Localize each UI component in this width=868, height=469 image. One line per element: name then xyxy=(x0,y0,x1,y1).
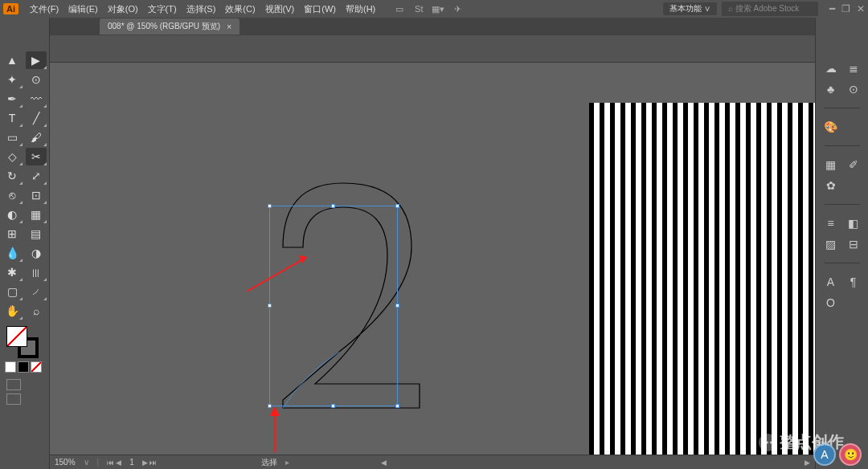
draw-mode-icon[interactable] xyxy=(6,379,21,390)
fill-mode-none[interactable] xyxy=(31,361,42,373)
eyedropper-tool[interactable]: 💧 xyxy=(2,244,23,262)
menu-window[interactable]: 窗口(W) xyxy=(299,3,341,15)
column-graph-tool[interactable]: ⫼ xyxy=(26,263,47,281)
gradient-panel-icon[interactable]: ◧ xyxy=(844,214,863,232)
scroll-right-icon[interactable]: ▶ xyxy=(805,459,810,467)
tab-bar: 008* @ 150% (RGB/GPU 预览) × xyxy=(50,18,815,35)
menu-help[interactable]: 帮助(H) xyxy=(341,3,380,15)
pen-tool[interactable]: ✒ xyxy=(2,90,23,108)
minimize-button[interactable]: ━ xyxy=(829,3,835,14)
arrange-icon[interactable]: ▦▾ xyxy=(432,2,444,15)
free-transform-tool[interactable]: ⊡ xyxy=(26,186,47,204)
shape-builder-tool[interactable]: ◐ xyxy=(2,206,23,223)
menu-type[interactable]: 文字(T) xyxy=(143,3,182,15)
transparency-panel-icon[interactable]: ▨ xyxy=(821,235,841,253)
fill-mode-gradient[interactable] xyxy=(18,361,29,373)
swatches-panel-icon[interactable]: ▦ xyxy=(821,156,841,173)
properties-panel-icon[interactable]: ≣ xyxy=(844,59,863,77)
paragraph-panel-icon[interactable]: ¶ xyxy=(844,273,863,291)
gpu-icon[interactable]: ✈ xyxy=(451,2,464,15)
status-dropdown-icon[interactable]: ▸ xyxy=(285,458,289,467)
width-tool[interactable]: ⎋ xyxy=(2,186,23,204)
avatar-badge-1: 53% A xyxy=(813,443,836,466)
avatar-badge-2: 🙂 xyxy=(839,443,862,466)
layers-panel-icon[interactable]: ♣ xyxy=(821,80,841,98)
artboard-prev-icon[interactable]: ◀ xyxy=(116,459,121,467)
menu-select[interactable]: 选择(S) xyxy=(182,3,221,15)
line-tool[interactable]: ╱ xyxy=(26,109,47,127)
workspace-switcher[interactable]: 基本功能 ∨ xyxy=(663,2,717,15)
search-input[interactable]: ⌕ 搜索 Adobe Stock xyxy=(722,2,818,16)
slice-tool[interactable]: ⟋ xyxy=(26,283,47,300)
stock-icon[interactable]: St xyxy=(412,2,425,15)
gradient-tool[interactable]: ▤ xyxy=(26,225,47,243)
mesh-tool[interactable]: ⊞ xyxy=(2,225,23,243)
close-button[interactable]: ✕ xyxy=(857,3,865,14)
magic-wand-tool[interactable]: ✦ xyxy=(2,71,23,88)
restore-button[interactable]: ❐ xyxy=(841,3,850,14)
canvas[interactable] xyxy=(50,63,815,455)
direct-selection-tool[interactable]: ▶ xyxy=(26,51,47,69)
stripes-artboard xyxy=(589,103,815,455)
align-panel-icon[interactable]: ⊟ xyxy=(844,235,863,253)
symbol-sprayer-tool[interactable]: ✱ xyxy=(2,263,23,281)
color-mode-swatches xyxy=(5,361,47,373)
handle-bm[interactable] xyxy=(331,404,335,408)
annotation-arrow-2 xyxy=(259,400,291,455)
hand-tool[interactable]: ✋ xyxy=(2,302,23,320)
paintbrush-tool[interactable]: 🖌 xyxy=(26,128,47,146)
handle-tl[interactable] xyxy=(268,204,272,208)
svg-line-0 xyxy=(247,257,307,292)
handle-br[interactable] xyxy=(395,404,399,408)
artboard-last-icon[interactable]: ⏭ xyxy=(149,459,157,467)
doc-tab[interactable]: 008* @ 150% (RGB/GPU 预览) × xyxy=(100,18,240,35)
lasso-tool[interactable]: ⊙ xyxy=(26,71,47,88)
color-panel-icon[interactable]: 🎨 xyxy=(821,118,841,136)
curvature-tool[interactable]: 〰 xyxy=(26,90,47,108)
window-controls: ━ ❐ ✕ xyxy=(829,3,865,14)
artboard-number[interactable]: 1 xyxy=(129,458,134,467)
artboard-next-icon[interactable]: ▶ xyxy=(142,459,148,467)
scale-tool[interactable]: ⤢ xyxy=(26,167,47,185)
stroke-panel-icon[interactable]: ≡ xyxy=(821,214,841,232)
menu-view[interactable]: 视图(V) xyxy=(260,3,300,15)
menu-effect[interactable]: 效果(C) xyxy=(220,3,260,15)
handle-tr[interactable] xyxy=(395,204,399,208)
shaper-tool[interactable]: ◇ xyxy=(2,148,23,165)
control-bar[interactable] xyxy=(50,35,815,63)
symbols-panel-icon[interactable]: ✿ xyxy=(821,177,841,194)
rotate-tool[interactable]: ↻ xyxy=(2,167,23,185)
opentype-panel-icon[interactable]: O xyxy=(821,294,841,312)
eraser-tool[interactable]: ✂ xyxy=(26,148,47,165)
character-panel-icon[interactable]: A xyxy=(821,273,841,291)
asset-export-panel-icon[interactable]: ⊙ xyxy=(844,80,863,98)
rectangle-tool[interactable]: ▭ xyxy=(2,128,23,146)
brushes-panel-icon[interactable]: ✐ xyxy=(844,156,863,173)
scroll-left-icon[interactable]: ◀ xyxy=(381,459,387,467)
artboard-first-icon[interactable]: ⏮ xyxy=(107,459,114,467)
blend-tool[interactable]: ◑ xyxy=(26,244,47,262)
bridge-icon[interactable]: ▭ xyxy=(393,2,406,15)
zoom-level[interactable]: 150% xyxy=(55,458,76,467)
fill-mode-color[interactable] xyxy=(5,361,16,373)
bounding-box[interactable] xyxy=(269,206,398,406)
menu-bar: Ai 文件(F) 编辑(E) 对象(O) 文字(T) 选择(S) 效果(C) 视… xyxy=(0,0,868,18)
menu-edit[interactable]: 编辑(E) xyxy=(63,3,103,15)
menu-file[interactable]: 文件(F) xyxy=(25,3,63,15)
menu-object[interactable]: 对象(O) xyxy=(103,3,143,15)
perspective-tool[interactable]: ▦ xyxy=(26,206,47,223)
color-swatches[interactable] xyxy=(6,326,39,358)
zoom-tool[interactable]: ⌕ xyxy=(26,302,47,320)
type-tool[interactable]: T xyxy=(2,109,23,127)
selection-tool[interactable]: ▲ xyxy=(2,51,23,69)
screen-mode-icon[interactable] xyxy=(6,394,21,405)
handle-ml[interactable] xyxy=(268,304,272,308)
libraries-panel-icon[interactable]: ☁ xyxy=(821,59,841,77)
corner-badges: 53% A 🙂 xyxy=(813,443,862,466)
fill-swatch[interactable] xyxy=(6,326,27,347)
annotation-arrow-1 xyxy=(243,247,315,296)
artboard-tool[interactable]: ▢ xyxy=(2,283,23,300)
close-tab-icon[interactable]: × xyxy=(227,22,231,31)
handle-tm[interactable] xyxy=(331,204,335,208)
handle-mr[interactable] xyxy=(395,304,399,308)
